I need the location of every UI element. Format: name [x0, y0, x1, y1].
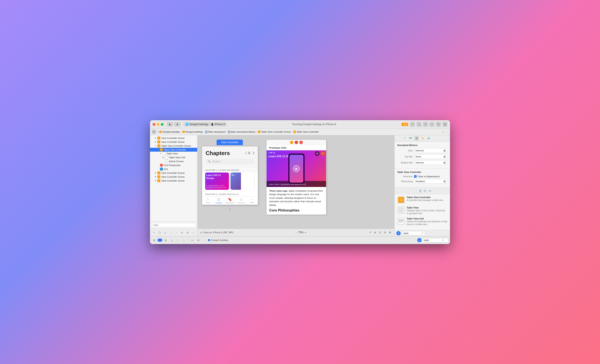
canvas-tool-3[interactable]: ⊡: [378, 231, 382, 234]
play-button-icon[interactable]: ▶: [293, 165, 300, 172]
bb-up2-icon[interactable]: ↑: [181, 238, 186, 243]
insp2-tab-layout[interactable]: ▭: [429, 189, 431, 192]
grid-icon[interactable]: ⊞: [152, 130, 156, 134]
disclosure-vc2[interactable]: [154, 141, 157, 143]
nav-bb8[interactable]: →: [191, 230, 196, 235]
breadcrumb-nav-next[interactable]: ›: [447, 130, 448, 133]
refresh-icon[interactable]: ↻: [423, 122, 428, 127]
nav-item-vc4[interactable]: View Controller Scene: [150, 175, 197, 179]
nav-item-exit[interactable]: → Exit: [150, 167, 197, 171]
disclosure-vc1[interactable]: [154, 137, 157, 139]
search-bar[interactable]: 🔍 Search: [206, 159, 254, 164]
list-icon[interactable]: ≡: [410, 122, 415, 127]
topbar-value[interactable]: None ⊞: [414, 154, 447, 159]
nav-item-tvc-scene[interactable]: Table View Controller Scene: [150, 144, 197, 148]
chapter-card-1[interactable]: Learn iOS 11 Design A complete guide to …: [205, 173, 229, 190]
warning-badge[interactable]: ⚠ 2: [402, 123, 408, 126]
tab-more[interactable]: ··· More: [247, 197, 258, 204]
nav-bb3[interactable]: △: [163, 230, 168, 235]
tab-home[interactable]: ⌂ Home: [202, 197, 213, 204]
bottom-search-input[interactable]: [424, 239, 441, 241]
tab-bookmarks[interactable]: 🔖 Bookmarks: [224, 197, 235, 204]
chapter-card-2[interactable]: D...: [231, 173, 254, 190]
bottombar-value[interactable]: Inferred ⊞: [414, 160, 447, 165]
minimize-button[interactable]: [157, 123, 159, 126]
nav-item-article[interactable]: ▭ Article Screen: [150, 159, 197, 163]
insp2-tab-braces[interactable]: {}: [419, 189, 421, 192]
bb-frame-icon[interactable]: ▭: [190, 238, 195, 243]
insp-tab-quick[interactable]: ?: [402, 136, 407, 140]
nav-forward[interactable]: ›: [158, 130, 159, 133]
nav-bb4[interactable]: ↓: [169, 230, 173, 235]
insp-tab-size[interactable]: 📏: [421, 136, 425, 140]
breadcrumb-nav-prev[interactable]: ‹: [445, 130, 446, 133]
insp-tab-conn[interactable]: 🔗: [427, 136, 431, 140]
vc-scene-box[interactable]: Chapters A A ☽ 🔍 Search: [202, 146, 258, 205]
disclosure-tvc[interactable]: [157, 148, 159, 151]
inspector-icon[interactable]: 🔍: [416, 122, 422, 127]
inspector-search-input[interactable]: [403, 232, 421, 235]
canvas-scroll[interactable]: View Controller Chapters A A ☽: [197, 135, 394, 228]
layout2-icon[interactable]: ⊡: [436, 122, 441, 127]
topbar-stepper[interactable]: ⊞: [443, 155, 446, 158]
disclosure-vc5[interactable]: [154, 179, 157, 182]
size-value[interactable]: Inferred ⊞: [414, 148, 447, 153]
refreshing-value[interactable]: Disabled ⊞: [414, 179, 447, 184]
insp-tab-attr[interactable]: ⬇: [414, 136, 419, 140]
nav-bb2[interactable]: ◯: [157, 230, 162, 235]
filter-input[interactable]: [152, 223, 196, 227]
inspector-search[interactable]: ✕: [402, 231, 425, 235]
canvas-tool-5[interactable]: ⊠: [388, 231, 392, 234]
breadcrumb-item-6[interactable]: Table View Controller: [293, 130, 319, 133]
bottombar-stepper[interactable]: ⊞: [443, 161, 446, 164]
nav-item-vc1[interactable]: View Controller Scene: [150, 136, 197, 140]
layout-icon[interactable]: ▭: [429, 122, 434, 127]
add-btn[interactable]: +: [152, 230, 157, 235]
nav-item-tvcell[interactable]: Table View Cell: [150, 155, 197, 159]
video-thumbnail[interactable]: ▶ 1 OF 11 Learn iOS 11 Design ⊞ ✕: [267, 150, 326, 187]
play-button[interactable]: ▶: [167, 122, 173, 127]
nav-back[interactable]: ‹: [157, 130, 158, 133]
breadcrumb-item-4[interactable]: Main.storyboard (Base): [228, 130, 255, 133]
nav-bb5[interactable]: ↑: [174, 230, 179, 235]
breadcrumb-item-3[interactable]: Main.storyboard: [205, 130, 225, 133]
bb-grid-icon[interactable]: ⊞: [152, 238, 157, 243]
bottom-search-clear[interactable]: ✕: [442, 239, 444, 242]
disclosure-tv[interactable]: [159, 152, 162, 155]
tab-chapters[interactable]: ⬡ Chapters: [213, 197, 225, 204]
bb-up-icon[interactable]: △: [169, 238, 174, 243]
zoom-out-btn[interactable]: −: [295, 231, 297, 234]
selection-checkbox[interactable]: ✓ Clear on Appearance: [414, 175, 440, 178]
bb-arrow-icon[interactable]: →: [202, 238, 207, 243]
nav-item-vc5[interactable]: View Controller Scene: [150, 179, 197, 183]
breadcrumb-warn-icon[interactable]: ⚠: [442, 130, 444, 133]
project-selector[interactable]: DesignCodeApp › 📱 iPhone 8: [183, 122, 227, 127]
stop-button[interactable]: ■: [174, 122, 180, 127]
bb-blue-btn[interactable]: [158, 239, 162, 242]
breadcrumb-item-2[interactable]: DesignCodeApp: [182, 130, 203, 133]
nav-item-tv[interactable]: Table View: [150, 152, 197, 155]
bottom-search[interactable]: ✕: [422, 238, 448, 242]
nav-bb6[interactable]: ⊡: [179, 230, 184, 235]
nav-item-responder[interactable]: R First Responder: [150, 163, 197, 167]
refreshing-stepper[interactable]: ⊞: [443, 180, 446, 183]
insp2-tab-file[interactable]: 📄: [413, 189, 417, 192]
bb-down-icon[interactable]: ↓: [175, 238, 180, 243]
nav-item-vc3[interactable]: View Controller Scene: [150, 171, 197, 175]
breadcrumb-item-5[interactable]: Table View Controller Scene: [258, 130, 291, 133]
zoom-in-btn[interactable]: +: [305, 231, 307, 234]
disclosure-vc4[interactable]: [154, 175, 157, 178]
close-button[interactable]: [153, 123, 155, 126]
disclosure-tvc-scene[interactable]: [154, 145, 157, 147]
inspector-search-clear[interactable]: ✕: [422, 232, 423, 235]
canvas-tool-1[interactable]: ↺: [368, 231, 372, 234]
breadcrumb-item-1[interactable]: DesignCodeApp: [159, 130, 180, 133]
nav-item-vc2[interactable]: View Controller Scene: [150, 140, 197, 144]
nav-item-tvc[interactable]: Table View Controller: [150, 148, 197, 152]
insp-tab-id[interactable]: 🪪: [408, 136, 413, 140]
tab-exercises[interactable]: ◇ Exercises: [235, 197, 247, 204]
canvas-tool-2[interactable]: ⊞: [373, 231, 377, 234]
disclosure-tvcell[interactable]: [162, 156, 165, 159]
layout3-icon[interactable]: ⊞: [442, 122, 447, 127]
disclosure-vc3[interactable]: [154, 172, 157, 174]
